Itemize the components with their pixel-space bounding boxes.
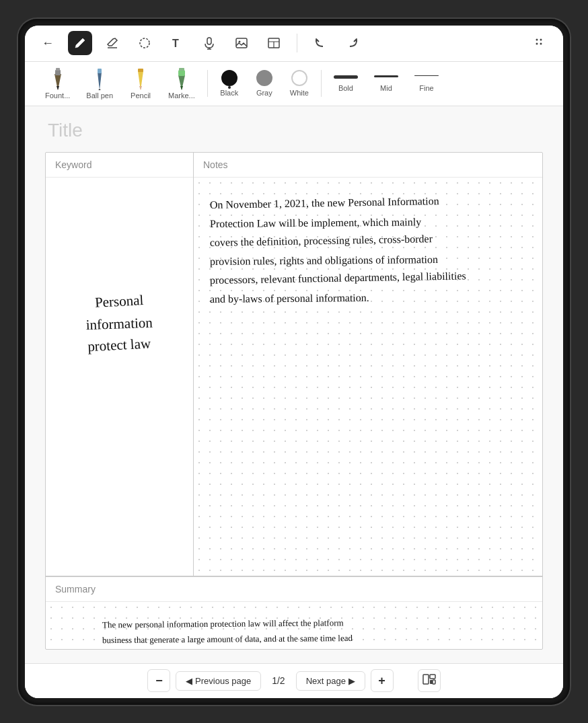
svg-text:The new personal information p: The new personal information protection … — [102, 617, 344, 630]
summary-handwriting-svg: The new personal information protection … — [55, 611, 533, 650]
svg-rect-6 — [236, 38, 247, 48]
pencil-option[interactable]: Pencil — [122, 65, 159, 102]
mic-button[interactable] — [197, 31, 221, 55]
svg-text:covers the definition, process: covers the definition, processing rules,… — [210, 233, 433, 249]
svg-rect-41 — [430, 675, 435, 679]
svg-text:Protection Law will be impleme: Protection Law will be implement, which … — [210, 216, 421, 230]
color-white-option[interactable]: White — [283, 67, 316, 100]
plus-button[interactable]: + — [371, 669, 394, 692]
page-indicator: 1/2 — [266, 675, 290, 686]
svg-text:T: T — [172, 38, 179, 49]
svg-marker-23 — [139, 86, 142, 90]
fine-stroke-line — [414, 75, 439, 76]
device-frame: ← T — [18, 19, 570, 705]
svg-rect-40 — [423, 675, 429, 684]
toolbar-divider-1 — [297, 34, 297, 52]
fountain-pen-icon — [49, 67, 67, 90]
main-content: Title Keyword Personal information prote — [25, 106, 563, 663]
svg-text:protect law: protect law — [87, 335, 152, 354]
color-gray-option[interactable]: Gray — [248, 67, 281, 100]
svg-marker-27 — [180, 86, 183, 90]
pen-tool-button[interactable] — [68, 31, 92, 55]
undo-button[interactable] — [308, 31, 332, 55]
svg-point-11 — [536, 39, 538, 41]
redo-button[interactable] — [340, 31, 365, 55]
fountain-pen-label: Fount... — [45, 91, 70, 100]
back-button[interactable]: ← — [36, 31, 60, 55]
lasso-button[interactable] — [133, 31, 157, 55]
keyword-content[interactable]: Personal information protect law — [46, 178, 193, 576]
svg-rect-43 — [433, 680, 435, 684]
svg-rect-19 — [98, 69, 102, 73]
svg-rect-3 — [207, 38, 211, 44]
pencil-label: Pencil — [131, 91, 151, 100]
svg-rect-16 — [55, 70, 61, 75]
pencil-icon — [132, 67, 149, 90]
marker-option[interactable]: Marke... — [161, 65, 202, 102]
svg-rect-25 — [178, 70, 185, 76]
marker-label: Marke... — [168, 91, 195, 100]
ball-pen-label: Ball pen — [86, 91, 113, 100]
device-inner: ← T — [25, 26, 563, 698]
keyword-handwriting-svg: Personal information protect law — [55, 187, 184, 566]
next-page-button[interactable]: Next page ▶ — [296, 671, 365, 691]
notes-column: Notes On November 1, 2021, the new Perso… — [194, 153, 542, 576]
bold-stroke-option[interactable]: Bold — [327, 73, 365, 95]
svg-marker-18 — [98, 73, 102, 90]
pen-divider-1 — [207, 70, 208, 97]
svg-text:to corresponding technology se: to corresponding technology services suc… — [102, 648, 372, 649]
bold-stroke-line — [334, 75, 358, 79]
svg-text:Personal: Personal — [94, 292, 144, 311]
svg-point-14 — [540, 43, 542, 45]
grid-view-button[interactable] — [418, 669, 441, 692]
svg-text:information: information — [85, 314, 153, 332]
mid-stroke-label: Mid — [380, 84, 392, 92]
color-white-label: White — [290, 89, 309, 97]
bottom-nav: − ◀ Previous page 1/2 Next page ▶ + — [25, 663, 563, 698]
marker-icon — [173, 67, 190, 90]
fine-stroke-label: Fine — [419, 84, 433, 92]
svg-text:business that generate a large: business that generate a large amount of… — [102, 632, 353, 644]
svg-point-1 — [140, 38, 149, 48]
pen-divider-2 — [321, 70, 322, 97]
image-button[interactable] — [229, 31, 254, 55]
more-button[interactable] — [528, 31, 552, 55]
notes-header: Notes — [194, 153, 542, 178]
notes-handwriting-svg: On November 1, 2021, the new Personal In… — [203, 187, 533, 566]
color-black-option[interactable]: Black — [213, 67, 246, 100]
summary-header: Summary — [46, 577, 542, 602]
svg-rect-22 — [138, 69, 143, 72]
svg-text:processors, relevant functiona: processors, relevant functional departme… — [210, 270, 466, 287]
ball-pen-icon — [91, 67, 108, 90]
bold-stroke-label: Bold — [338, 84, 353, 92]
svg-text:and by-laws of personal inform: and by-laws of personal information. — [210, 291, 369, 305]
svg-point-12 — [536, 43, 538, 45]
layout-button[interactable] — [262, 31, 286, 55]
toolbar-top: ← T — [25, 26, 563, 62]
prev-page-button[interactable]: ◀ Previous page — [176, 671, 261, 691]
color-gray-circle — [256, 70, 272, 86]
color-black-label: Black — [220, 89, 238, 97]
fine-stroke-option[interactable]: Fine — [408, 73, 445, 95]
minus-button[interactable]: − — [147, 669, 170, 692]
grid-view-icon — [422, 674, 436, 687]
svg-point-13 — [540, 39, 542, 41]
keyword-header: Keyword — [46, 153, 193, 178]
svg-text:On November 1, 2021, the new P: On November 1, 2021, the new Personal In… — [210, 195, 439, 211]
cornell-table: Keyword Personal information protect law — [45, 152, 543, 650]
summary-content[interactable]: The new personal information protection … — [46, 602, 542, 650]
fountain-pen-option[interactable]: Fount... — [38, 65, 77, 102]
color-black-circle — [221, 70, 237, 86]
mid-stroke-line — [374, 75, 398, 77]
svg-text:provision rules, rights and ob: provision rules, rights and obligations … — [210, 254, 438, 268]
text-button[interactable]: T — [165, 31, 189, 55]
cornell-top: Keyword Personal information protect law — [46, 153, 542, 576]
keyword-column: Keyword Personal information protect law — [46, 153, 194, 576]
notes-content[interactable]: On November 1, 2021, the new Personal In… — [194, 178, 542, 576]
toolbar-pens: Fount... Ball pen — [25, 62, 563, 106]
page-title: Title — [45, 120, 543, 141]
ball-pen-option[interactable]: Ball pen — [79, 65, 120, 102]
mid-stroke-option[interactable]: Mid — [367, 73, 405, 95]
eraser-button[interactable] — [100, 31, 124, 55]
svg-point-20 — [99, 89, 101, 91]
